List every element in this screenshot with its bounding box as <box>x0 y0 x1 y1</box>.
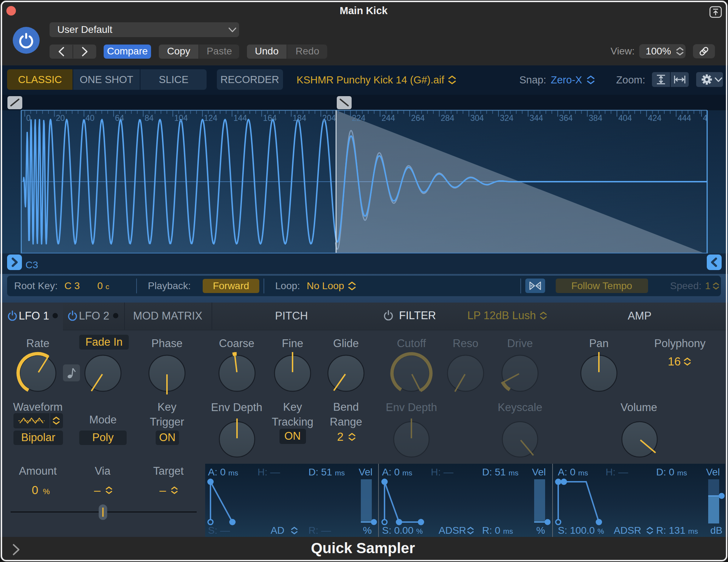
svg-text:C3: C3 <box>25 259 38 270</box>
svg-text:304: 304 <box>470 113 484 123</box>
svg-text:164: 164 <box>263 113 277 123</box>
svg-text:124: 124 <box>204 113 218 123</box>
svg-text:184: 184 <box>293 113 306 123</box>
svg-text:344: 344 <box>530 113 543 123</box>
svg-text:404: 404 <box>618 113 632 123</box>
svg-text:0: 0 <box>26 113 31 123</box>
svg-text:384: 384 <box>589 113 602 123</box>
svg-text:244: 244 <box>381 113 395 123</box>
svg-text:364: 364 <box>559 113 573 123</box>
svg-text:20: 20 <box>56 113 65 123</box>
svg-text:144: 144 <box>233 113 247 123</box>
svg-text:324: 324 <box>500 113 514 123</box>
svg-text:264: 264 <box>411 113 425 123</box>
svg-text:204: 204 <box>322 113 336 123</box>
svg-text:104: 104 <box>174 113 188 123</box>
svg-text:424: 424 <box>648 113 662 123</box>
svg-text:284: 284 <box>441 113 455 123</box>
svg-text:224: 224 <box>352 113 366 123</box>
svg-text:444: 444 <box>677 113 691 123</box>
svg-text:64: 64 <box>115 113 124 123</box>
svg-text:40: 40 <box>85 113 94 123</box>
svg-text:84: 84 <box>145 113 154 123</box>
